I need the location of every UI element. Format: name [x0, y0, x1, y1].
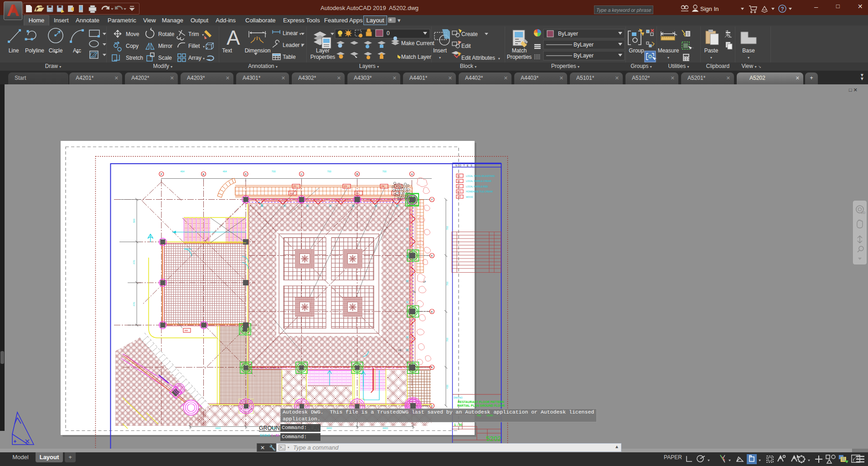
svg-text:C: C — [300, 173, 303, 176]
svg-text:ByLayer: ByLayer — [574, 52, 594, 59]
svg-text:ByLayer: ByLayer — [574, 41, 594, 48]
svg-text:464: 464 — [180, 170, 184, 173]
svg-text:B: B — [356, 173, 358, 176]
svg-text:LP: LP — [423, 280, 426, 283]
svg-text:PARTIAL PLAN GROUND FLOOR: PARTIAL PLAN GROUND FLOOR — [457, 404, 505, 407]
svg-text:N O T E S: N O T E S — [455, 164, 473, 167]
svg-text:430: 430 — [446, 384, 449, 388]
svg-text:A: A — [411, 173, 413, 176]
svg-text:D: D — [245, 173, 247, 176]
svg-text:464: 464 — [222, 170, 227, 173]
svg-text:700: 700 — [271, 170, 275, 173]
svg-text:WOOD: WOOD — [466, 196, 473, 198]
svg-text:0: 0 — [387, 30, 390, 36]
svg-text:470: 470 — [133, 260, 135, 264]
svg-text:DL: DL — [413, 290, 416, 293]
svg-text:700: 700 — [446, 337, 449, 342]
svg-text:T1: T1 — [393, 192, 396, 195]
svg-text:F2: F2 — [294, 185, 296, 188]
svg-text:F2: F2 — [458, 175, 460, 177]
svg-text:F4: F4 — [458, 185, 460, 187]
svg-text:WD: WD — [458, 196, 461, 198]
svg-text:F4: F4 — [356, 192, 359, 195]
svg-text:1 : 50: 1 : 50 — [454, 423, 462, 426]
svg-text:A: A — [227, 26, 240, 49]
svg-text:700: 700 — [446, 281, 449, 285]
svg-text:700: 700 — [327, 170, 331, 173]
svg-text:SCALE 1 : 50: SCALE 1 : 50 — [260, 434, 279, 437]
svg-text:?: ? — [781, 6, 784, 12]
svg-text:HOMEMADE TILE-CREAM: HOMEMADE TILE-CREAM — [466, 191, 493, 193]
svg-text:7': 7' — [431, 198, 433, 201]
svg-text:5': 5' — [431, 311, 433, 313]
svg-text:E: E — [202, 173, 204, 176]
svg-text:F8: F8 — [382, 185, 384, 188]
svg-text:ByLayer: ByLayer — [558, 31, 578, 37]
svg-text:MT1: MT1 — [457, 191, 461, 193]
svg-text:F: F — [160, 173, 162, 176]
svg-text:LOCAL MARBLE-RED: LOCAL MARBLE-RED — [466, 186, 488, 188]
svg-text:700: 700 — [446, 226, 449, 230]
svg-text:LOCAL SPANS-RAJASTHAN: LOCAL SPANS-RAJASTHAN — [466, 175, 495, 177]
svg-text:1M: 1M — [398, 349, 401, 352]
svg-text:Sign In: Sign In — [700, 5, 718, 12]
svg-text:F3: F3 — [458, 180, 460, 182]
svg-text:F3: F3 — [344, 185, 347, 188]
svg-text:HH: HH — [185, 329, 188, 332]
svg-text:4400: 4400 — [215, 427, 221, 430]
svg-text:RESTAURANT FLOOR PATTERN: RESTAURANT FLOOR PATTERN — [458, 400, 504, 404]
svg-text:700: 700 — [382, 170, 386, 173]
svg-text:DWGNO: DWGNO — [454, 396, 463, 399]
svg-text:LOCAL MARBLE-CREAM: LOCAL MARBLE-CREAM — [466, 180, 491, 182]
svg-text:500: 500 — [133, 218, 135, 223]
svg-text:470: 470 — [133, 302, 135, 306]
svg-text:5202: 5202 — [486, 435, 501, 442]
svg-text:2D: 2D — [861, 211, 865, 214]
svg-text:4400: 4400 — [326, 427, 332, 430]
svg-text:WD: WD — [290, 192, 294, 195]
svg-text:6': 6' — [431, 254, 433, 257]
svg-text:4400: 4400 — [382, 427, 388, 430]
